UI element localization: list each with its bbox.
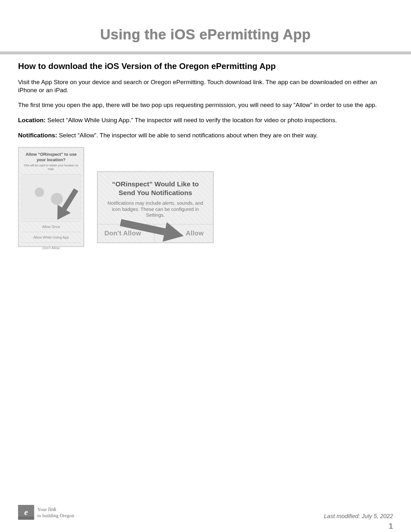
svg-rect-0	[62, 189, 78, 211]
allow-once-button[interactable]: Allow Once	[22, 221, 81, 232]
last-modified: Last modified: July 5, 2022	[324, 513, 393, 520]
section-heading: How to download the iOS Version of the O…	[18, 61, 393, 71]
page-title: Using the iOS ePermitting App	[0, 0, 411, 52]
location-label: Location:	[18, 117, 46, 123]
paragraph-1: Visit the App Store on your device and s…	[18, 78, 393, 94]
page-number: 1	[389, 522, 393, 531]
location-options: Allow Once Allow While Using App Don't A…	[22, 221, 81, 253]
screenshots-row: Allow “ORinspect” to use your location? …	[18, 147, 393, 247]
dont-allow-location-button[interactable]: Don't Allow	[22, 242, 81, 253]
notifications-text: Select “Allow”. The inspector will be ab…	[57, 132, 318, 139]
svg-marker-3	[162, 222, 186, 246]
paragraph-notifications: Notifications: Select “Allow”. The inspe…	[18, 132, 393, 140]
location-text: Select “Allow While Using App.” The insp…	[46, 117, 337, 123]
page-footer: e Your link to building Oregon Last modi…	[18, 505, 393, 520]
paragraph-location: Location: Select “Allow While Using App.…	[18, 116, 393, 124]
horizontal-rule	[0, 52, 411, 54]
location-dialog-title: Allow “ORinspect” to use your location?	[22, 152, 81, 163]
location-dialog-subtitle: This will be used to obtain your locatio…	[22, 164, 81, 171]
location-permission-screenshot: Allow “ORinspect” to use your location? …	[18, 147, 84, 247]
allow-while-using-button[interactable]: Allow While Using App	[22, 232, 81, 242]
slogan-line1-prefix: Your	[37, 507, 48, 512]
notifications-label: Notifications:	[18, 132, 57, 139]
footer-slogan: Your link to building Oregon	[37, 506, 74, 519]
paragraph-2: The first time you open the app, there w…	[18, 101, 393, 109]
footer-left: e Your link to building Oregon	[18, 505, 74, 520]
notification-permission-screenshot: “ORinspect” Would Like to Send You Notif…	[97, 171, 214, 243]
content-area: How to download the iOS Version of the O…	[0, 61, 411, 247]
epermitting-logo: e	[18, 505, 34, 520]
notification-dialog-subtitle: Notifications may include alerts, sounds…	[104, 200, 206, 218]
notification-dialog-title: “ORinspect” Would Like to Send You Notif…	[104, 180, 206, 197]
slogan-line2: to building Oregon	[37, 513, 74, 518]
svg-rect-2	[120, 219, 166, 236]
slogan-line1-script: link	[48, 506, 56, 512]
